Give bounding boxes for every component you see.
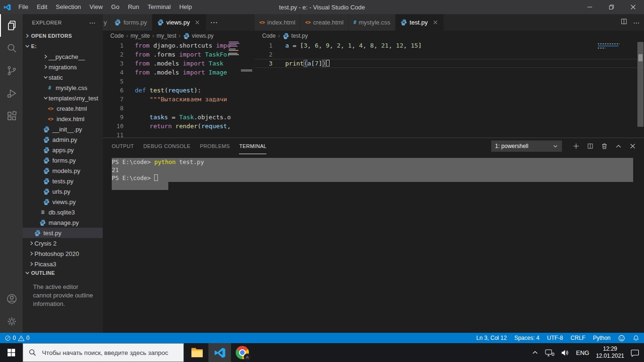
titlebar: FileEditSelectionViewGoRunTerminalHelp t… xyxy=(0,0,644,14)
tree-item-tests-py[interactable]: tests.py xyxy=(23,176,103,186)
explorer-more-actions-button[interactable]: ⋯ xyxy=(89,19,96,26)
split-terminal-button[interactable] xyxy=(586,141,595,151)
vscode-taskbar-button[interactable] xyxy=(208,343,231,362)
tree-item--init-py[interactable]: __init__.py xyxy=(23,124,103,134)
menu-edit[interactable]: Edit xyxy=(33,3,51,10)
tree-item-urls-py[interactable]: urls.py xyxy=(23,186,103,197)
action-center-icon[interactable] xyxy=(631,349,639,357)
tree-item-models-py[interactable]: models.py xyxy=(23,165,103,176)
taskbar-clock[interactable]: 12:29 12.01.2021 xyxy=(596,346,624,360)
gear-activity-icon[interactable] xyxy=(0,310,23,333)
status-spaces[interactable]: Spaces: 4 xyxy=(514,335,539,341)
editor-more-actions-button[interactable]: ⋯ xyxy=(633,19,640,26)
start-button[interactable] xyxy=(0,343,23,362)
hidden-icons-chevron-icon[interactable] xyxy=(532,349,538,356)
menu-selection[interactable]: Selection xyxy=(51,3,85,10)
menu-go[interactable]: Go xyxy=(107,3,124,10)
terminal[interactable]: PS E:\code> python test.py21PS E:\code> xyxy=(103,154,644,190)
status-utf-8[interactable]: UTF-8 xyxy=(547,335,563,341)
tree-item-crysis-2[interactable]: Crysis 2 xyxy=(23,238,103,248)
tree-item-apps-py[interactable]: apps.py xyxy=(23,145,103,155)
panel-tab-debug-console[interactable]: DEBUG CONSOLE xyxy=(143,138,190,154)
notifications-bell-icon[interactable] xyxy=(633,335,639,342)
kill-terminal-button[interactable] xyxy=(600,141,609,151)
panel-tab-terminal[interactable]: TERMINAL xyxy=(239,138,266,154)
vertical-scrollbar[interactable] xyxy=(637,42,644,127)
close-panel-button[interactable] xyxy=(628,141,637,151)
minimap[interactable] xyxy=(229,41,240,56)
panel-tab-output[interactable]: OUTPUT xyxy=(112,138,134,154)
restore-button[interactable] xyxy=(601,0,622,14)
tab-create-html[interactable]: <>create.html xyxy=(300,14,348,31)
minimap[interactable] xyxy=(598,43,621,49)
tree-item-migrations[interactable]: migrations xyxy=(23,62,103,72)
html-file-icon: <> xyxy=(47,106,55,111)
close-tab-icon[interactable] xyxy=(194,19,201,26)
tree-item--pycache-[interactable]: __pycache__ xyxy=(23,51,103,62)
menu-terminal[interactable]: Terminal xyxy=(143,3,175,10)
network-icon[interactable] xyxy=(545,349,554,357)
tab-views-py[interactable]: views.py xyxy=(152,14,206,31)
outline-message: The active editor cannot provide outline… xyxy=(23,278,103,308)
debug-activity-icon[interactable] xyxy=(0,82,23,105)
vscode-icon xyxy=(214,346,226,359)
close-tab-icon[interactable] xyxy=(431,19,439,26)
volume-icon[interactable] xyxy=(561,349,570,356)
taskbar-search-box[interactable]: Чтобы начать поиск, введите здесь запрос xyxy=(23,343,184,362)
close-window-button[interactable] xyxy=(622,0,644,14)
tab-test-py[interactable]: test.py xyxy=(396,14,444,31)
folder-section-header[interactable]: E: xyxy=(23,41,103,51)
extensions-activity-icon[interactable] xyxy=(0,105,23,127)
tab-bar: yforms.pyviews.py⋯ xyxy=(103,14,255,31)
tab-overflow-button[interactable]: ⋯ xyxy=(206,14,222,31)
clock-time: 12:29 xyxy=(596,346,624,353)
tree-item-static[interactable]: static xyxy=(23,72,103,82)
outline-section-header[interactable]: OUTLINE xyxy=(23,268,103,278)
tree-item-manage-py[interactable]: manage.py xyxy=(23,217,103,228)
breadcrumb[interactable]: Code›test.py xyxy=(255,31,644,41)
scrollbar-slider[interactable] xyxy=(241,69,252,72)
account-activity-icon[interactable] xyxy=(0,288,23,310)
tree-item-photoshop-2020[interactable]: Photoshop 2020 xyxy=(23,248,103,259)
file-explorer-taskbar-button[interactable] xyxy=(186,343,208,362)
problems-indicator[interactable]: 0 0 xyxy=(5,335,29,341)
open-editors-section[interactable]: OPEN EDITORS xyxy=(23,31,103,41)
tree-item-views-py[interactable]: views.py xyxy=(23,197,103,207)
status-python[interactable]: Python xyxy=(593,335,611,341)
menu-help[interactable]: Help xyxy=(175,3,196,10)
tree-item-create-html[interactable]: <>create.html xyxy=(23,103,103,114)
tab-y[interactable]: y xyxy=(103,14,109,31)
minimize-button[interactable] xyxy=(579,0,601,14)
split-editor-button[interactable] xyxy=(620,18,627,27)
tab-mystyle-css[interactable]: #mystyle.css xyxy=(349,14,396,31)
panel-tab-problems[interactable]: PROBLEMS xyxy=(200,138,230,154)
terminal-select[interactable]: 1: powershell xyxy=(491,140,562,152)
maximize-panel-button[interactable] xyxy=(614,141,623,151)
feedback-smiley-icon[interactable] xyxy=(618,335,625,342)
menu-run[interactable]: Run xyxy=(124,3,143,10)
tree-item-mystyle-css[interactable]: #mystyle.css xyxy=(23,82,103,93)
search-activity-icon[interactable] xyxy=(0,37,23,59)
status-crlf[interactable]: CRLF xyxy=(570,335,585,341)
tree-item-forms-py[interactable]: forms.py xyxy=(23,155,103,165)
source-control-activity-icon[interactable] xyxy=(0,59,23,82)
editor-group-left[interactable]: yforms.pyviews.py⋯ Code›my_site›my_test›… xyxy=(103,14,255,138)
menu-file[interactable]: File xyxy=(14,3,33,10)
code-editor-test[interactable]: 1a = [3, 6, 9, 2, 1, 4, 8, 21, 12, 15]23… xyxy=(255,41,644,138)
new-terminal-button[interactable] xyxy=(571,141,581,151)
files-activity-icon[interactable] xyxy=(0,14,23,37)
status-ln[interactable]: Ln 3, Col 12 xyxy=(476,335,507,341)
breadcrumb[interactable]: Code›my_site›my_test›views.py xyxy=(103,31,255,41)
tree-item-index-html[interactable]: <>index.html xyxy=(23,114,103,124)
language-indicator[interactable]: ENG xyxy=(576,349,589,356)
tab-forms-py[interactable]: forms.py xyxy=(109,14,152,31)
python-file-icon xyxy=(42,167,50,174)
tree-item-test-py[interactable]: test.py xyxy=(23,228,103,238)
tree-item-db-sqlite3[interactable]: ≡db.sqlite3 xyxy=(23,207,103,217)
tree-item-templates-my-test[interactable]: templates\my_test xyxy=(23,93,103,103)
chrome-taskbar-button[interactable]: A xyxy=(231,343,254,362)
tab-index-html[interactable]: <>index.html xyxy=(255,14,300,31)
tree-item-admin-py[interactable]: admin.py xyxy=(23,134,103,145)
menu-view[interactable]: View xyxy=(85,3,107,10)
editor-group-right[interactable]: <>index.html<>create.html#mystyle.csstes… xyxy=(255,14,644,138)
